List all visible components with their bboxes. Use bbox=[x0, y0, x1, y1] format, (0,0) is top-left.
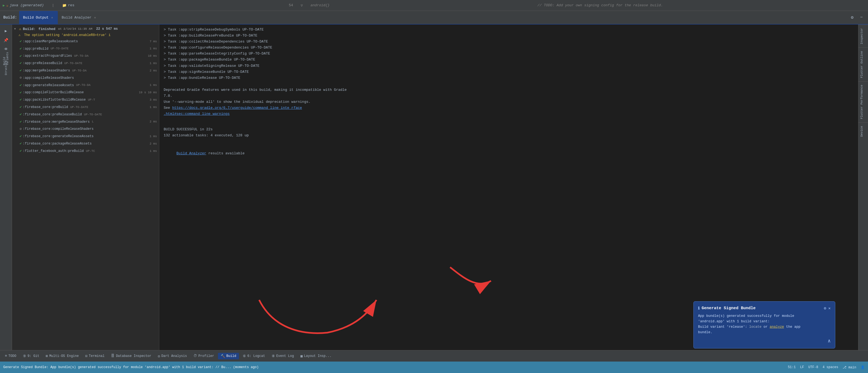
layout-inspector-tool[interactable]: ▦ Layout Insp... bbox=[298, 353, 334, 360]
output-line-1: > Task :app:stripReleaseDebugSymbols UP-… bbox=[164, 27, 854, 33]
blocked-icon-12: ⊘ bbox=[20, 126, 22, 132]
multios-tool[interactable]: ⊞ Multi-OS Engine bbox=[43, 353, 82, 360]
tree-item[interactable]: ✔ :app:extractProguardFiles UP-TO-DA 10 … bbox=[12, 53, 159, 60]
output-line-6: > Task :app:packageReleaseBundle UP-TO-D… bbox=[164, 57, 854, 63]
success-icon-0: ✔ bbox=[20, 39, 22, 44]
multios-label: Multi-OS Engine bbox=[50, 354, 79, 358]
todo-tool[interactable]: ≡ TODO bbox=[2, 353, 19, 359]
tree-item[interactable]: ✔ :firebase_core:preBuild UP-TO-DATE 1 m… bbox=[12, 104, 159, 111]
database-tool[interactable]: 🗄 Database Inspector bbox=[108, 353, 154, 359]
task-name-6: :app:generateReleaseAssets bbox=[23, 83, 74, 88]
task-time-3: 1 ms bbox=[150, 61, 157, 66]
flutter-outline-tab[interactable]: Flutter Outline bbox=[859, 48, 868, 81]
flutter-performance-tab[interactable]: Flutter Performance bbox=[859, 81, 868, 122]
notification-locate-link[interactable]: locate bbox=[749, 325, 762, 329]
logcat-label: 6: Logcat bbox=[247, 354, 265, 358]
tree-item[interactable]: ⊘ :firebase_core:compileReleaseShaders bbox=[12, 126, 159, 133]
success-icon-4: ✔ bbox=[20, 68, 22, 73]
tree-item[interactable]: ✔ :app:preBuild UP-TO-DATE 1 ms bbox=[12, 45, 159, 53]
tree-item[interactable]: ✔ :firebase_core:mergeReleaseShaders L 2… bbox=[12, 118, 159, 126]
dart-icon: ◎ bbox=[158, 354, 160, 358]
profiler-icon: ⏱ bbox=[193, 354, 197, 358]
status-user-icon: 👤 bbox=[861, 365, 865, 369]
warn-icon-inline: ⚠ bbox=[19, 33, 21, 37]
output-line-2: > Task :app:buildReleasePreBundle UP-TO-… bbox=[164, 33, 854, 39]
tab-build-analyzer-close[interactable]: ✕ bbox=[93, 15, 97, 19]
output-actionable-tasks: 132 actionable tasks: 4 executed, 128 up bbox=[164, 132, 854, 138]
build-panel-header: Build: Build Output ✕ Build Analyzer ✕ ⚙… bbox=[0, 11, 868, 25]
tree-header[interactable]: ▼ ⚠ Build: finished at 2/14/24 11:35 AM … bbox=[12, 26, 159, 32]
sidebar-run-icon[interactable]: ▶ bbox=[2, 27, 10, 35]
build-analyzer-link[interactable]: Build Analyzer bbox=[177, 151, 206, 155]
sidebar-pin-icon[interactable]: 📌 bbox=[2, 36, 10, 44]
profiler-tool[interactable]: ⏱ Profiler bbox=[191, 353, 217, 359]
tree-item[interactable]: ✔ :app:compileFlutterBuildRelease 19 s 1… bbox=[12, 89, 159, 96]
success-icon-15: ✔ bbox=[20, 148, 22, 154]
status-bar: Generate Signed Bundle: App bundle(s) ge… bbox=[0, 362, 868, 373]
tree-item[interactable]: ✔ :app:generateReleaseAssets UP-TO-DA 1 … bbox=[12, 82, 159, 89]
inspector-tab[interactable]: Inspector bbox=[859, 25, 868, 48]
notification-body: App bundle(s) generated successfully for… bbox=[698, 313, 831, 335]
tab-build-output-close[interactable]: ✕ bbox=[50, 15, 54, 19]
build-tool[interactable]: 🔨 Build bbox=[218, 353, 239, 360]
blocked-icon-5: ⊘ bbox=[20, 75, 22, 81]
run-arrow-icon: ▶ bbox=[3, 3, 5, 8]
tree-item[interactable]: ✔ :app:preReleaseBuild UP-TO-DATE 1 ms bbox=[12, 60, 159, 67]
tree-item[interactable]: ✔ :app:cleanMergeReleaseAssets 7 ms bbox=[12, 38, 159, 45]
event-log-tool[interactable]: ⑧ Event Log bbox=[269, 353, 297, 360]
task-status-1: UP-TO-DATE bbox=[51, 46, 68, 51]
database-label: Database Inspector bbox=[116, 354, 151, 358]
task-time-6: 1 ms bbox=[150, 83, 157, 88]
notification-close-icon[interactable]: ✕ bbox=[829, 306, 831, 311]
tree-item[interactable]: ✔ :app:mergeReleaseShaders UP-TO-DA 2 ms bbox=[12, 67, 159, 74]
sidebar-structure-icon[interactable]: Structure bbox=[2, 64, 10, 72]
todo-comment: // TODO: Add your own signing config for… bbox=[537, 3, 663, 7]
tree-item[interactable]: ✔ :firebase_core:packageReleaseAssets 2 … bbox=[12, 140, 159, 148]
device-tab[interactable]: Device bbox=[859, 122, 868, 140]
tree-item[interactable]: ⊘ :app:compileReleaseShaders bbox=[12, 74, 159, 82]
tab-build-output[interactable]: Build Output ✕ bbox=[19, 11, 58, 24]
top-bar: ▶ ☕ java (generated) | 📁 res 54 ▽ androi… bbox=[0, 0, 868, 11]
notification-footer: ∧ bbox=[698, 338, 831, 344]
notification-analyze-link[interactable]: analyze bbox=[770, 325, 784, 329]
success-icon-11: ✔ bbox=[20, 119, 22, 125]
git-tool[interactable]: ⑨ 9: Git bbox=[20, 353, 42, 360]
logcat-icon: ⑥ bbox=[243, 354, 246, 358]
notification-collapse-btn[interactable]: ∧ bbox=[828, 338, 831, 344]
task-name-9: :firebase_core:preBuild bbox=[23, 105, 68, 110]
tree-item[interactable]: ✔ :flutter_facebook_auth:preBuild UP-TC … bbox=[12, 148, 159, 155]
task-name-3: :app:preReleaseBuild bbox=[23, 61, 62, 66]
task-name-13: :firebase_core:generateReleaseAssets bbox=[23, 134, 94, 139]
tab-build-output-label: Build Output bbox=[23, 15, 49, 20]
success-icon-14: ✔ bbox=[20, 141, 22, 147]
gradle-link[interactable]: https://docs.gradle.org/6.7/userguide/co… bbox=[172, 106, 302, 110]
success-icon-1: ✔ bbox=[20, 46, 22, 52]
html-anchor-link[interactable]: .html#sec:command_line_warnings bbox=[164, 112, 230, 116]
tree-item[interactable]: ✔ :firebase_core:preReleaseBuild UP-TO-D… bbox=[12, 111, 159, 118]
task-status-6: UP-TO-DA bbox=[76, 83, 91, 88]
multios-icon: ⊞ bbox=[46, 354, 48, 358]
output-line-7: > Task :app:validateSigningRelease UP-TO… bbox=[164, 63, 854, 69]
tree-expand-arrow[interactable]: ▼ bbox=[14, 28, 18, 31]
tree-item[interactable]: ✔ :app:packLibsflutterBuildRelease UP-T … bbox=[12, 96, 159, 104]
output-build-success: BUILD SUCCESSFUL in 22s bbox=[164, 126, 854, 132]
settings-icon[interactable]: ⚙ bbox=[849, 14, 856, 21]
tree-item[interactable]: ✔ :firebase_core:generateReleaseAssets 1… bbox=[12, 133, 159, 140]
output-line-5: > Task :app:parseReleaseIntegrityConfig … bbox=[164, 51, 854, 57]
build-tree-panel: ▼ ⚠ Build: finished at 2/14/24 11:35 AM … bbox=[12, 25, 159, 350]
dart-analysis-tool[interactable]: ◎ Dart Analysis bbox=[155, 353, 190, 360]
notification-settings-icon[interactable]: ⚙ bbox=[824, 306, 826, 311]
task-name-14: :firebase_core:packageReleaseAssets bbox=[23, 141, 92, 147]
task-time-4: 2 ms bbox=[150, 68, 157, 73]
task-status-3: UP-TO-DATE bbox=[64, 61, 82, 66]
tab-build-analyzer[interactable]: Build Analyzer ✕ bbox=[58, 11, 101, 24]
minimize-icon[interactable]: − bbox=[858, 14, 865, 21]
notification-header: ℹ Generate Signed Bundle ⚙ ✕ bbox=[698, 306, 831, 311]
bottom-toolbar: ≡ TODO ⑨ 9: Git ⊞ Multi-OS Engine ⊡ Term… bbox=[0, 350, 868, 362]
task-time-11: 2 ms bbox=[150, 119, 157, 124]
success-icon-9: ✔ bbox=[20, 104, 22, 110]
android-label: android{} bbox=[310, 3, 330, 7]
terminal-tool[interactable]: ⊡ Terminal bbox=[83, 353, 107, 360]
task-name-2: :app:extractProguardFiles bbox=[23, 54, 72, 59]
logcat-tool[interactable]: ⑥ 6: Logcat bbox=[240, 353, 268, 360]
